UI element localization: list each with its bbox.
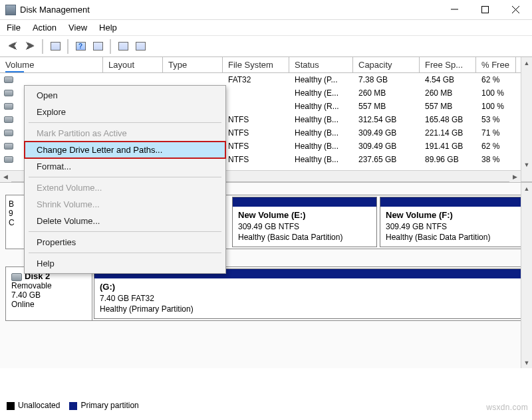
vertical-scrollbar[interactable]: ▲ ▼ — [521, 183, 532, 368]
menubar: File Action View Help — [0, 20, 532, 36]
swatch-primary — [69, 402, 77, 410]
disk-row[interactable]: Disk 2 Removable 7.40 GB Online (G:) 7.4… — [5, 266, 527, 321]
drive-icon — [4, 90, 13, 96]
disk-icon — [11, 273, 22, 281]
toolbar-button-4[interactable] — [133, 39, 148, 54]
partition-health: Healthy (Primary Partition) — [100, 304, 519, 314]
vertical-scrollbar[interactable]: ▲ ▼ — [521, 57, 532, 181]
toolbar-button-1[interactable] — [48, 39, 63, 54]
partition-stripe — [380, 197, 524, 207]
drive-icon — [4, 156, 13, 163]
col-status[interactable]: Status — [289, 57, 353, 72]
svg-rect-0 — [481, 7, 488, 13]
separator — [29, 122, 221, 123]
toolbar-button-2[interactable] — [90, 39, 105, 54]
disk-management-icon — [5, 5, 16, 15]
partition-name: New Volume (E:) — [238, 209, 371, 221]
menu-action[interactable]: Action — [33, 23, 57, 33]
ctx-shrink-volume: Shrink Volume... — [25, 196, 225, 213]
col-capacity[interactable]: Capacity — [353, 57, 420, 72]
drive-icon — [4, 116, 13, 123]
volume-row[interactable]: FAT32 Healthy (P... 7.38 GB 4.54 GB 62 % — [0, 73, 532, 86]
partition-size: 7.40 GB FAT32 — [100, 293, 519, 304]
partition-health: Healthy (Basic Data Partition) — [238, 232, 371, 243]
legend: Unallocated Primary partition — [7, 401, 139, 410]
context-menu: Open Explore Mark Partition as Active Ch… — [24, 85, 226, 274]
partition[interactable]: New Volume (F:) 309.49 GB NTFS Healthy (… — [380, 197, 525, 247]
separator — [67, 39, 68, 54]
toolbar-help-button[interactable]: ? — [73, 39, 88, 54]
ctx-open[interactable]: Open — [25, 87, 225, 104]
menu-help[interactable]: Help — [99, 23, 117, 33]
partition-name: New Volume (F:) — [386, 209, 519, 221]
partition-strip: (G:) 7.40 GB FAT32 Healthy (Primary Part… — [92, 267, 526, 320]
disk-capacity: 7.40 GB — [11, 290, 86, 300]
partition-size: 309.49 GB NTFS — [386, 221, 519, 232]
ctx-change-drive-letter[interactable]: Change Drive Letter and Paths... — [25, 142, 225, 158]
col-filesystem[interactable]: File System — [223, 57, 289, 72]
ctx-extend-volume: Extend Volume... — [25, 179, 225, 196]
volume-list-header: Volume Layout Type File System Status Ca… — [0, 57, 532, 73]
maximize-button[interactable] — [469, 0, 500, 20]
vol-status: Healthy (P... — [289, 75, 353, 84]
col-layout[interactable]: Layout — [103, 57, 163, 72]
partition-health: Healthy (Basic Data Partition) — [386, 232, 519, 243]
watermark: wsxdn.com — [486, 403, 528, 412]
partition[interactable]: (G:) 7.40 GB FAT32 Healthy (Primary Part… — [94, 268, 525, 319]
vol-free: 4.54 GB — [420, 75, 476, 84]
nav-forward-button[interactable]: ⮞ — [23, 39, 37, 54]
partition-size: 309.49 GB NTFS — [238, 221, 371, 232]
separator — [29, 253, 221, 253]
disk-info: B 9 C — [6, 195, 19, 249]
col-freespace[interactable]: Free Sp... — [420, 57, 476, 72]
drive-icon — [4, 76, 13, 83]
close-button[interactable] — [500, 0, 531, 20]
scroll-right-icon[interactable]: ▶ — [509, 171, 521, 182]
partition[interactable]: New Volume (E:) 309.49 GB NTFS Healthy (… — [232, 197, 377, 247]
nav-back-button[interactable]: ⮜ — [5, 39, 20, 54]
ctx-help[interactable]: Help — [25, 255, 225, 272]
disk-type: Removable — [11, 281, 86, 290]
drive-icon — [4, 130, 13, 136]
ctx-explore[interactable]: Explore — [25, 104, 225, 120]
scroll-down-icon[interactable]: ▼ — [521, 159, 532, 170]
toolbar: ⮜ ⮞ ? — [0, 36, 532, 57]
menu-view[interactable]: View — [68, 23, 87, 33]
drive-icon — [4, 143, 13, 150]
ctx-format[interactable]: Format... — [25, 158, 225, 175]
toolbar-button-3[interactable] — [116, 39, 130, 54]
ctx-mark-partition-active: Mark Partition as Active — [25, 125, 225, 142]
disk-info: Disk 2 Removable 7.40 GB Online — [6, 267, 92, 320]
partition-strip: New Volume (E:) 309.49 GB NTFS Healthy (… — [231, 195, 526, 249]
window-title: Disk Management — [20, 5, 439, 15]
scroll-up-icon[interactable]: ▲ — [521, 183, 532, 194]
separator — [42, 39, 43, 54]
legend-unallocated: Unallocated — [7, 401, 60, 410]
vol-fs: FAT32 — [223, 75, 289, 84]
separator — [110, 39, 111, 54]
disk-status: Online — [11, 300, 86, 309]
partition-name: (G:) — [100, 281, 519, 293]
titlebar: Disk Management — [0, 0, 532, 20]
minimize-button[interactable] — [439, 0, 469, 20]
partition-stripe — [233, 197, 376, 207]
ctx-properties[interactable]: Properties — [25, 234, 225, 251]
swatch-black — [7, 402, 15, 410]
drive-icon — [4, 103, 13, 110]
scroll-left-icon[interactable]: ◀ — [0, 171, 11, 182]
separator — [29, 177, 221, 177]
vol-capacity: 7.38 GB — [353, 75, 420, 84]
legend-primary: Primary partition — [69, 401, 138, 410]
ctx-delete-volume[interactable]: Delete Volume... — [25, 213, 225, 229]
col-volume[interactable]: Volume — [0, 57, 103, 72]
scroll-down-icon[interactable]: ▼ — [521, 357, 532, 368]
scroll-up-icon[interactable]: ▲ — [521, 57, 532, 68]
col-pctfree[interactable]: % Free — [476, 57, 516, 72]
menu-file[interactable]: File — [7, 23, 21, 33]
separator — [29, 231, 221, 232]
col-type[interactable]: Type — [163, 57, 223, 72]
vol-pct: 62 % — [476, 75, 516, 84]
